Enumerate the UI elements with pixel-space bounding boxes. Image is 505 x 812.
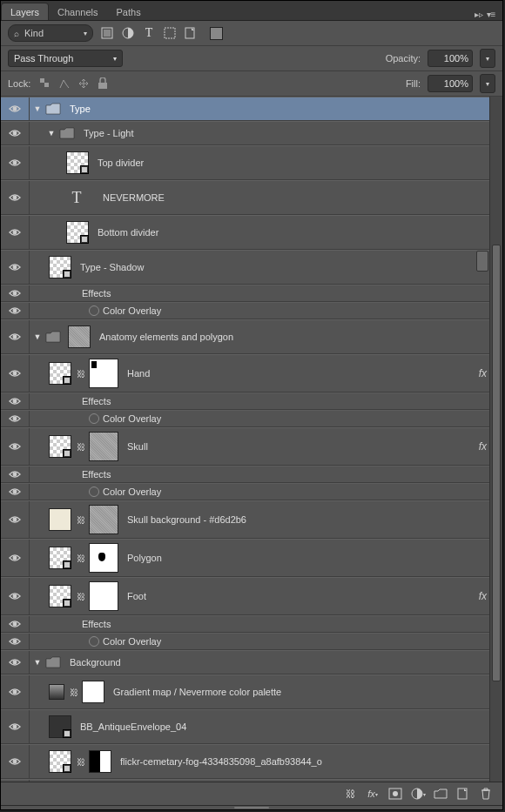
lock-transparent-icon[interactable] xyxy=(37,77,53,91)
mask-thumbnail[interactable] xyxy=(89,359,118,388)
mask-thumbnail[interactable] xyxy=(89,505,118,534)
mask-thumbnail[interactable] xyxy=(89,432,118,461)
mask-thumbnail[interactable] xyxy=(89,581,118,611)
fx-badge[interactable]: fx xyxy=(479,440,488,453)
delete-layer-button[interactable] xyxy=(476,786,495,802)
visibility-toggle[interactable] xyxy=(1,97,30,120)
visibility-toggle[interactable] xyxy=(1,411,30,426)
layer-hand[interactable]: ⛓ Hand fx▲ xyxy=(1,354,502,393)
tab-channels[interactable]: Channels xyxy=(49,3,106,20)
scrollbar[interactable] xyxy=(489,97,502,782)
layer-group-type[interactable]: ▼ Type xyxy=(1,97,502,121)
visibility-toggle[interactable] xyxy=(1,780,30,782)
visibility-toggle[interactable] xyxy=(1,745,30,778)
layer-group-type-light[interactable]: ▼ Type - Light xyxy=(1,121,502,145)
filter-pixel-icon[interactable] xyxy=(100,26,114,40)
lock-pixels-icon[interactable] xyxy=(57,77,72,91)
new-layer-button[interactable] xyxy=(454,786,473,802)
layer-gradient-map[interactable]: ⛓ Gradient map / Nevermore color palette xyxy=(1,674,502,709)
tab-paths[interactable]: Paths xyxy=(108,3,150,20)
visibility-toggle[interactable] xyxy=(1,616,30,632)
lock-position-icon[interactable] xyxy=(76,77,91,91)
layer-group-anatomy[interactable]: ▼ Anatomy elements and polygon xyxy=(1,319,502,354)
fill-stepper[interactable]: ▾ xyxy=(480,74,495,93)
panel-menu-icon[interactable]: ▾≡ xyxy=(485,8,497,20)
mask-thumbnail[interactable] xyxy=(68,325,91,348)
resize-handle[interactable] xyxy=(1,805,502,809)
expand-toggle[interactable]: ▼ xyxy=(47,129,56,138)
filter-kind-dropdown[interactable]: ⌕ ▾ xyxy=(8,24,93,42)
visibility-toggle[interactable] xyxy=(1,484,30,500)
lock-all-icon[interactable] xyxy=(95,77,111,91)
layer-thumbnail[interactable] xyxy=(66,151,89,174)
filter-type-icon[interactable]: T xyxy=(142,26,156,40)
color-overlay-row[interactable]: Color Overlay xyxy=(1,633,502,650)
visibility-toggle[interactable] xyxy=(1,181,30,214)
mask-thumbnail[interactable] xyxy=(89,750,111,773)
effects-row[interactable]: Effects xyxy=(1,615,502,633)
fill-input[interactable]: 100% xyxy=(428,75,473,92)
layer-nevermore-text[interactable]: T NEVERMORE xyxy=(1,180,502,215)
layer-group-background[interactable]: ▼ Background xyxy=(1,650,502,674)
opacity-stepper[interactable]: ▾ xyxy=(480,49,495,68)
scrollbar-thumb[interactable] xyxy=(492,245,501,681)
layer-thumbnail[interactable] xyxy=(66,221,89,244)
layer-bb-envelope[interactable]: BB_AntiqueEnvelope_04 xyxy=(1,709,502,744)
expand-toggle[interactable]: ▼ xyxy=(33,658,42,667)
effects-row[interactable]: Effects xyxy=(1,466,502,483)
effects-row[interactable]: Effects xyxy=(1,393,502,410)
filter-kind-input[interactable] xyxy=(23,27,59,39)
visibility-toggle[interactable] xyxy=(1,320,30,353)
visibility-toggle[interactable] xyxy=(1,393,30,409)
filter-shape-icon[interactable] xyxy=(163,26,177,40)
effects-row[interactable]: Effects xyxy=(1,285,502,302)
link-icon[interactable]: ⛓ xyxy=(68,686,80,698)
visibility-toggle[interactable] xyxy=(1,501,30,538)
layer-film-texture[interactable]: film_texture___grain_explosion_by_jakezd… xyxy=(1,779,502,782)
visibility-toggle[interactable] xyxy=(1,634,30,649)
visibility-toggle[interactable] xyxy=(1,578,30,614)
layer-skull-bg[interactable]: ⛓ Skull background - #d6d2b6 xyxy=(1,500,502,539)
visibility-toggle[interactable] xyxy=(1,216,30,249)
color-overlay-row[interactable]: Color Overlay xyxy=(1,302,502,319)
layer-fog[interactable]: ⛓ flickr-cemetary-fog-4334835098_a8afb93… xyxy=(1,744,502,779)
layer-thumbnail[interactable] xyxy=(49,256,71,278)
visibility-toggle[interactable] xyxy=(1,428,30,465)
visibility-toggle[interactable] xyxy=(1,540,30,576)
layer-thumbnail[interactable] xyxy=(49,585,71,607)
layer-thumbnail[interactable] xyxy=(49,362,71,385)
visibility-toggle[interactable] xyxy=(1,303,30,319)
visibility-toggle[interactable] xyxy=(1,285,30,301)
color-overlay-row[interactable]: Color Overlay xyxy=(1,483,502,500)
visibility-toggle[interactable] xyxy=(1,675,30,708)
fx-badge[interactable]: fx xyxy=(479,590,488,602)
collapse-icon[interactable]: ▸▹ xyxy=(473,8,485,20)
layer-style-button[interactable]: fx▾ xyxy=(363,786,382,802)
layer-top-divider[interactable]: Top divider xyxy=(1,145,502,180)
layer-type-shadow[interactable]: Type - Shadow fx▲ xyxy=(1,250,502,285)
link-icon[interactable]: ⛓ xyxy=(75,440,87,453)
mask-thumbnail[interactable] xyxy=(82,681,104,703)
link-icon[interactable]: ⛓ xyxy=(75,513,87,526)
mask-thumbnail[interactable] xyxy=(89,543,118,573)
expand-toggle[interactable]: ▼ xyxy=(33,104,42,113)
filter-toggle-switch[interactable] xyxy=(210,27,223,40)
visibility-toggle[interactable] xyxy=(1,251,30,284)
layer-polygon[interactable]: ⛓ Polygon xyxy=(1,539,502,577)
visibility-toggle[interactable] xyxy=(1,122,30,144)
link-icon[interactable]: ⛓ xyxy=(75,590,87,602)
expand-toggle[interactable]: ▼ xyxy=(33,332,42,341)
blend-mode-dropdown[interactable]: Pass Through▾ xyxy=(8,50,123,67)
visibility-toggle[interactable] xyxy=(1,355,30,392)
mini-scrollbar[interactable] xyxy=(476,251,488,272)
layer-thumbnail[interactable] xyxy=(49,547,71,569)
adjustment-layer-button[interactable]: ▾ xyxy=(408,786,428,802)
opacity-input[interactable]: 100% xyxy=(428,50,473,67)
link-icon[interactable]: ⛓ xyxy=(75,367,87,379)
link-icon[interactable]: ⛓ xyxy=(75,552,87,564)
tab-layers[interactable]: Layers xyxy=(2,3,48,20)
link-layers-button[interactable]: ⛓ xyxy=(340,786,360,802)
layer-thumbnail[interactable] xyxy=(49,508,71,531)
adjustment-icon[interactable] xyxy=(49,684,64,700)
color-overlay-row[interactable]: Color Overlay xyxy=(1,410,502,427)
